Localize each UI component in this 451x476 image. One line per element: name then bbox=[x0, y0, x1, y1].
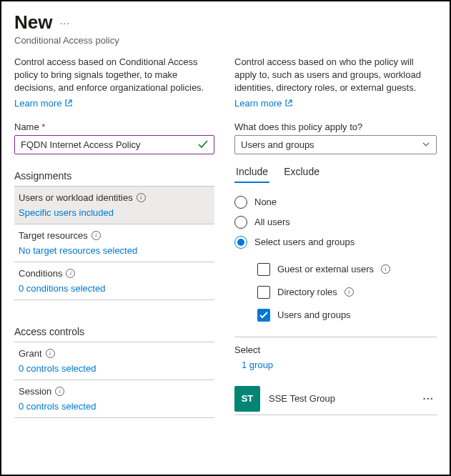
target-title: Target resources bbox=[19, 230, 88, 241]
session-value[interactable]: 0 controls selected bbox=[19, 401, 209, 412]
access-controls-heading: Access controls bbox=[14, 326, 214, 337]
conditions-value[interactable]: 0 conditions selected bbox=[19, 283, 209, 294]
grant-value[interactable]: 0 controls selected bbox=[19, 363, 209, 374]
radio-none-label: None bbox=[254, 197, 277, 207]
learn-more-link-right[interactable]: Learn more bbox=[234, 98, 293, 109]
checkbox-icon bbox=[257, 263, 270, 276]
radio-icon bbox=[234, 236, 247, 249]
apply-to-select[interactable]: Users and groups bbox=[234, 135, 437, 154]
selected-group-row[interactable]: ST SSE Test Group ··· bbox=[234, 383, 437, 415]
grant-title: Grant bbox=[19, 348, 42, 359]
radio-select-label: Select users and groups bbox=[254, 237, 355, 247]
learn-more-link-left[interactable]: Learn more bbox=[14, 98, 73, 109]
checkbox-guest-label: Guest or external users bbox=[277, 264, 374, 274]
session-row[interactable]: Session i 0 controls selected bbox=[14, 380, 214, 417]
checkbox-roles-label: Directory roles bbox=[277, 287, 337, 297]
assignments-heading: Assignments bbox=[14, 170, 214, 182]
select-value[interactable]: 1 group bbox=[234, 360, 437, 370]
info-icon[interactable]: i bbox=[137, 193, 146, 202]
grant-row[interactable]: Grant i 0 controls selected bbox=[14, 342, 214, 380]
radio-icon bbox=[234, 216, 247, 229]
checkbox-guest-users[interactable]: Guest or external users i bbox=[257, 258, 437, 281]
checkbox-icon bbox=[257, 309, 270, 322]
avatar: ST bbox=[234, 386, 260, 412]
name-input[interactable] bbox=[21, 139, 198, 150]
external-link-icon bbox=[64, 99, 73, 107]
radio-icon bbox=[234, 196, 247, 209]
apply-to-label: What does this policy apply to? bbox=[234, 122, 437, 132]
radio-all-label: All users bbox=[254, 217, 290, 227]
conditions-title: Conditions bbox=[19, 268, 62, 279]
info-icon[interactable]: i bbox=[46, 349, 55, 358]
tab-include[interactable]: Include bbox=[234, 162, 269, 183]
name-input-wrapper[interactable] bbox=[14, 135, 214, 154]
target-value[interactable]: No target resources selected bbox=[19, 245, 209, 256]
checkbox-icon bbox=[257, 286, 270, 299]
radio-select-users[interactable]: Select users and groups bbox=[234, 232, 437, 252]
checkbox-directory-roles[interactable]: Directory roles i bbox=[257, 281, 437, 304]
apply-to-value: Users and groups bbox=[241, 139, 314, 150]
checkbox-groups-label: Users and groups bbox=[277, 309, 351, 320]
users-title: Users or workload identities bbox=[19, 192, 133, 203]
radio-all-users[interactable]: All users bbox=[234, 212, 437, 232]
left-description: Control access based on Conditional Acce… bbox=[14, 56, 214, 95]
select-label: Select bbox=[234, 344, 437, 355]
conditions-row[interactable]: Conditions i 0 conditions selected bbox=[14, 262, 214, 299]
info-icon[interactable]: i bbox=[381, 264, 390, 274]
page-title: New bbox=[14, 11, 52, 34]
checkmark-icon bbox=[198, 140, 208, 149]
info-icon[interactable]: i bbox=[91, 231, 101, 240]
external-link-icon bbox=[284, 99, 293, 107]
tab-exclude[interactable]: Exclude bbox=[282, 162, 321, 183]
info-icon[interactable]: i bbox=[66, 269, 75, 278]
info-icon[interactable]: i bbox=[345, 287, 354, 297]
page-more-button[interactable]: ··· bbox=[59, 17, 70, 29]
group-name: SSE Test Group bbox=[269, 393, 411, 404]
info-icon[interactable]: i bbox=[55, 387, 64, 396]
right-description: Control access based on who the policy w… bbox=[234, 56, 437, 95]
name-label: Name * bbox=[14, 122, 214, 132]
learn-more-label: Learn more bbox=[14, 98, 61, 109]
radio-none[interactable]: None bbox=[234, 192, 437, 212]
required-asterisk: * bbox=[41, 122, 45, 132]
session-title: Session bbox=[19, 386, 51, 397]
users-value[interactable]: Specific users included bbox=[19, 207, 209, 218]
chevron-down-icon bbox=[422, 140, 430, 149]
group-more-button[interactable]: ··· bbox=[420, 392, 437, 405]
users-row[interactable]: Users or workload identities i Specific … bbox=[14, 187, 214, 224]
learn-more-label: Learn more bbox=[234, 98, 282, 109]
target-resources-row[interactable]: Target resources i No target resources s… bbox=[14, 224, 214, 262]
page-subtitle: Conditional Access policy bbox=[14, 35, 437, 46]
checkbox-users-groups[interactable]: Users and groups bbox=[257, 304, 437, 327]
